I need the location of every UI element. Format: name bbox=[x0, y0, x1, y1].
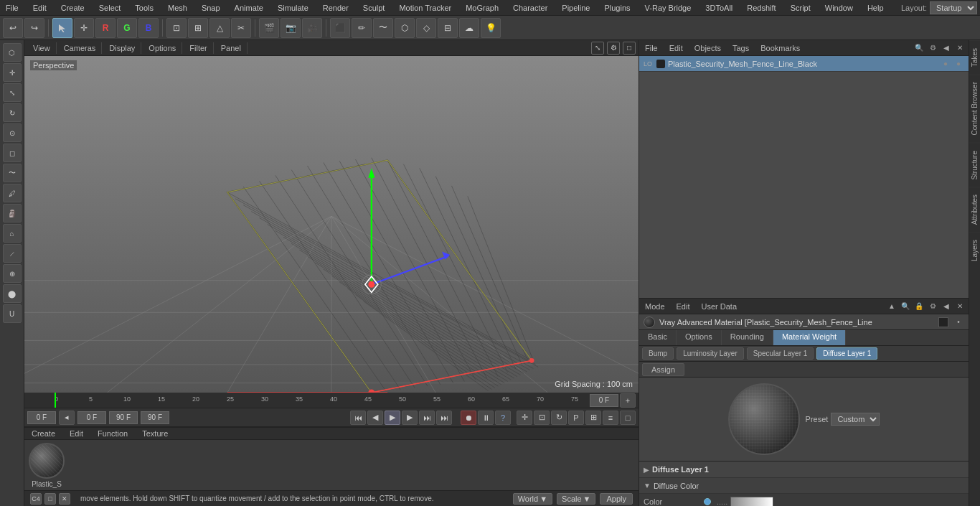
sidebar-scale[interactable]: ⤡ bbox=[3, 83, 22, 102]
sidebar-move[interactable]: ✛ bbox=[3, 63, 22, 82]
vtab-takes[interactable]: Takes bbox=[969, 40, 980, 74]
sidebar-deform[interactable]: ⊙ bbox=[3, 123, 22, 142]
anim-rotate-btn[interactable]: ⊡ bbox=[534, 411, 550, 425]
obj-close-icon[interactable]: ✕ bbox=[954, 42, 966, 54]
attr-expand-icon[interactable]: ◀ bbox=[941, 301, 952, 312]
attr-close-icon[interactable]: ✕ bbox=[954, 301, 966, 312]
anim-move-btn[interactable]: ✛ bbox=[517, 411, 532, 425]
color-swatch-bar[interactable] bbox=[730, 497, 773, 507]
menu-sculpt[interactable]: Sculpt bbox=[360, 2, 388, 14]
menu-character[interactable]: Character bbox=[510, 2, 550, 14]
max-frame-input[interactable] bbox=[141, 411, 169, 424]
attr-tab-material-weight[interactable]: Material Weight bbox=[773, 330, 846, 345]
vtab-structure[interactable]: Structure bbox=[969, 143, 980, 187]
sky-tool[interactable]: ☁ bbox=[459, 18, 479, 38]
pen-tool[interactable]: ✏ bbox=[352, 18, 372, 38]
vtab-content-browser[interactable]: Content Browser bbox=[969, 74, 980, 142]
attr-menu-mode[interactable]: Mode bbox=[642, 301, 668, 312]
poly-tool[interactable]: ⬡ bbox=[395, 18, 415, 38]
attr-tab-rounding[interactable]: Rounding bbox=[722, 330, 773, 345]
vp-tab-cameras[interactable]: Cameras bbox=[58, 42, 103, 54]
color-radio-active[interactable] bbox=[704, 498, 711, 505]
anim-grid-btn[interactable]: ⊞ bbox=[585, 411, 601, 425]
record-btn[interactable]: ⏺ bbox=[461, 411, 476, 425]
current-frame-input[interactable] bbox=[590, 394, 618, 407]
viewport[interactable]: Perspective bbox=[24, 56, 639, 393]
sidebar-rotate[interactable]: ↻ bbox=[3, 103, 22, 122]
menu-create[interactable]: Create bbox=[58, 2, 88, 14]
extrude-tool[interactable]: △ bbox=[209, 18, 230, 38]
anim-settings-btn[interactable]: ≡ bbox=[603, 411, 618, 425]
obj-row-fence[interactable]: LO Plastic_Security_Mesh_Fence_Line_Blac… bbox=[639, 56, 969, 72]
frame-start-input[interactable]: 0 F bbox=[27, 411, 56, 424]
menu-edit[interactable]: Edit bbox=[30, 2, 50, 14]
jump-end-btn[interactable]: ⏭ bbox=[436, 411, 452, 425]
sidebar-bevel[interactable]: ⌂ bbox=[3, 224, 22, 243]
menu-mesh[interactable]: Mesh bbox=[165, 2, 190, 14]
layout-dropdown[interactable]: Startup bbox=[930, 1, 977, 14]
mat-tab-texture[interactable]: Texture bbox=[138, 428, 172, 439]
move-tool[interactable]: ✛ bbox=[74, 18, 94, 38]
play-btn[interactable]: ▶ bbox=[385, 411, 400, 425]
sidebar-select[interactable]: ⬡ bbox=[3, 43, 22, 62]
apply-button[interactable]: Apply bbox=[600, 493, 633, 505]
diffuse-section-header[interactable]: ▶ Diffuse Layer 1 bbox=[639, 462, 969, 477]
go-to-end-btn[interactable]: ⏭ bbox=[419, 411, 435, 425]
anim-pin-btn[interactable]: P bbox=[568, 411, 584, 425]
rotate-y-tool[interactable]: G bbox=[117, 18, 137, 38]
rotate-z-tool[interactable]: B bbox=[138, 18, 159, 38]
attr-settings-icon[interactable]: ⚙ bbox=[927, 301, 938, 312]
sidebar-spline[interactable]: 〜 bbox=[3, 164, 22, 182]
sidebar-polygon[interactable]: ◻ bbox=[3, 144, 22, 162]
frame-start-down[interactable]: ◂ bbox=[59, 411, 75, 425]
sidebar-magnet[interactable]: U bbox=[3, 304, 22, 323]
rotate-x-tool[interactable]: R bbox=[95, 18, 116, 38]
scale-tool[interactable]: ⊡ bbox=[166, 18, 187, 38]
attr-menu-userdata[interactable]: User Data bbox=[699, 301, 740, 312]
vp-expand-icon[interactable]: ⤡ bbox=[591, 42, 604, 55]
menu-simulate[interactable]: Simulate bbox=[275, 2, 311, 14]
obj-menu-edit[interactable]: Edit bbox=[666, 42, 686, 54]
cube-tool[interactable]: ⬛ bbox=[330, 18, 350, 38]
attr-layer-diffuse[interactable]: Diffuse Layer 1 bbox=[816, 347, 877, 360]
mat-tab-function[interactable]: Function bbox=[93, 428, 132, 439]
mat-tab-edit[interactable]: Edit bbox=[65, 428, 88, 439]
obj-menu-file[interactable]: File bbox=[642, 42, 661, 54]
go-to-start-btn[interactable]: ⏮ bbox=[350, 411, 366, 425]
menu-3dtoall[interactable]: 3DToAll bbox=[702, 2, 735, 14]
vp-tab-view[interactable]: View bbox=[27, 42, 57, 54]
step-back-btn[interactable]: ◀ bbox=[367, 411, 383, 425]
attr-layer-specular[interactable]: Specular Layer 1 bbox=[747, 347, 814, 360]
vp-tab-panel[interactable]: Panel bbox=[215, 42, 248, 54]
vp-tab-filter[interactable]: Filter bbox=[184, 42, 213, 54]
render-btn[interactable]: 🎥 bbox=[302, 18, 322, 38]
undo-button[interactable]: ↩ bbox=[3, 18, 23, 38]
diffuse-color-subsection[interactable]: ▼ Diffuse Color bbox=[639, 477, 969, 493]
attr-dot-icon[interactable]: • bbox=[953, 317, 964, 328]
obj-menu-tags[interactable]: Tags bbox=[730, 42, 752, 54]
timeline-add-btn[interactable]: + bbox=[620, 393, 636, 408]
vp-maximize-icon[interactable]: □ bbox=[623, 42, 636, 55]
anim-expand-btn[interactable]: □ bbox=[620, 411, 636, 425]
vp-settings-icon[interactable]: ⚙ bbox=[607, 42, 620, 55]
sidebar-paint[interactable]: 🖊 bbox=[3, 184, 22, 202]
obj-menu-objects[interactable]: Objects bbox=[692, 42, 724, 54]
stop-btn[interactable]: ⏸ bbox=[478, 411, 494, 425]
vtab-layers[interactable]: Layers bbox=[969, 232, 980, 268]
menu-tools[interactable]: Tools bbox=[132, 2, 156, 14]
menu-redshift[interactable]: Redshift bbox=[744, 2, 778, 14]
render-region-btn[interactable]: 📷 bbox=[281, 18, 301, 38]
timeline-ruler[interactable]: 0 5 10 15 20 25 30 35 40 45 50 55 60 65 … bbox=[24, 393, 639, 408]
sidebar-loop[interactable]: ⊕ bbox=[3, 264, 22, 283]
menu-script[interactable]: Script bbox=[788, 2, 814, 14]
scale-dropdown[interactable]: Scale ▼ bbox=[557, 493, 595, 505]
menu-plugins[interactable]: Plugins bbox=[601, 2, 633, 14]
mat-tab-create[interactable]: Create bbox=[27, 428, 60, 439]
menu-render[interactable]: Render bbox=[320, 2, 352, 14]
assign-button[interactable]: Assign bbox=[642, 363, 684, 376]
frame-current-input[interactable] bbox=[77, 411, 106, 424]
frame-end-input[interactable] bbox=[109, 411, 138, 424]
world-dropdown[interactable]: World ▼ bbox=[513, 493, 552, 505]
menu-pipeline[interactable]: Pipeline bbox=[559, 2, 593, 14]
light-tool[interactable]: 💡 bbox=[481, 18, 501, 38]
